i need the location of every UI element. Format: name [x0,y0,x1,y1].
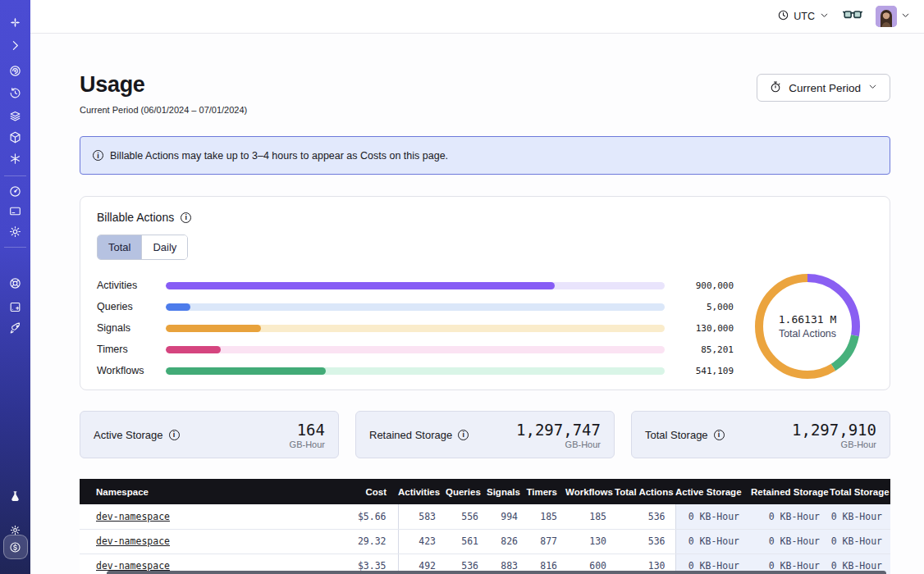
chevron-down-icon [900,9,911,24]
billable-actions-card: Billable Actions i TotalDaily Activities… [80,196,890,390]
cell: 583 [398,504,446,529]
storage-card-label: Total Storage [645,429,708,441]
cell: 994 [487,504,526,529]
column-header-namespace: Namespace [80,479,339,504]
topbar: UTC [30,0,924,34]
bar-label: Queries [97,301,156,312]
usage-gauge-icon[interactable] [6,181,25,201]
layers-icon[interactable] [6,106,25,125]
bar-row-workflows: Workflows541,109 [97,360,734,381]
column-header-total-storage: Total Storage [830,479,890,504]
deployments-cube-icon[interactable] [6,127,25,147]
cell: 185 [565,504,615,529]
bar-row-queries: Queries5,000 [97,296,734,317]
sidebar [0,0,30,574]
cell: 536 [615,504,675,529]
bar-row-signals: Signals130,000 [97,317,734,339]
cell: 29.32 [339,529,398,554]
column-header-workflows: Workflows [565,479,615,504]
active-storage-card: Active Storage i 164 GB-Hour [80,411,339,458]
column-header-timers: Timers [526,479,565,504]
cell: 0 KB-Hour [675,529,751,554]
bar-label: Timers [97,344,156,355]
settings-gear-icon[interactable] [6,221,25,241]
cell: 877 [526,529,565,554]
bar-label: Signals [97,322,156,334]
namespace-link[interactable]: dev-namespace [96,535,170,547]
namespaces-icon[interactable] [6,61,25,80]
billing-card-icon[interactable] [6,201,25,221]
history-icon[interactable] [6,83,25,102]
page-header: Usage Current Period (06/01/2024 – 07/01… [80,72,890,115]
bar-fill [166,346,221,353]
donut-total-label: Total Actions [779,328,836,339]
rocket-icon[interactable] [6,318,25,338]
storage-card-value: 164 [290,421,325,439]
info-icon[interactable]: i [181,212,191,223]
cell: 826 [487,529,526,554]
bar-track [166,282,665,289]
storage-card-unit: GB-Hour [516,440,601,449]
bar-fill [166,303,190,311]
tab-daily[interactable]: Daily [141,235,187,259]
billable-actions-title: Billable Actions [97,211,174,224]
glasses-icon [843,8,862,25]
info-icon[interactable]: i [714,430,725,440]
info-icon[interactable]: i [458,430,469,440]
bar-track [166,346,665,353]
info-banner: i Billable Actions may take up to 3–4 ho… [80,136,890,175]
retained-storage-card: Retained Storage i 1,297,747 GB-Hour [355,411,615,458]
timezone-selector[interactable]: UTC [777,9,830,24]
cell: 0 KB-Hour [675,504,751,529]
cell: 0 KB-Hour [751,529,830,554]
bar-fill [166,282,555,289]
user-menu[interactable] [876,6,911,27]
asterisk-icon[interactable] [6,148,25,168]
namespace-link[interactable]: dev-namespace [96,511,170,522]
cell: 536 [615,529,675,554]
storage-card-label: Active Storage [94,429,163,441]
bar-value: 85,201 [675,344,734,355]
tab-total[interactable]: Total [98,235,141,259]
period-selector-label: Current Period [789,82,861,94]
donut-total-value: 1.66131 M [779,313,836,326]
period-selector-button[interactable]: Current Period [757,74,890,102]
bar-track [166,325,665,332]
temporal-logo-icon[interactable] [6,12,25,32]
stopwatch-icon [769,80,782,96]
bar-label: Activities [97,280,156,291]
column-header-queries: Queries [446,479,487,504]
column-header-retained-storage: Retained Storage [751,479,830,504]
info-icon[interactable]: i [169,430,180,440]
cell: $5.66 [339,504,398,529]
namespace-link[interactable]: dev-namespace [96,560,170,572]
expand-sidebar-chevron-icon[interactable] [6,35,25,55]
main-content: Usage Current Period (06/01/2024 – 07/01… [30,34,924,574]
horizontal-scrollbar-thumb[interactable] [107,571,886,574]
nerdfonts-glasses-button[interactable] [843,8,862,25]
avatar [876,6,897,27]
chevron-down-icon [819,10,830,23]
usage-billing-active-item[interactable] [3,535,28,559]
page-title: Usage [80,72,247,98]
storage-card-value: 1,297,747 [516,421,601,439]
labs-flask-icon[interactable] [6,486,25,506]
card-plus-icon[interactable] [6,297,25,317]
billable-actions-bar-chart: Activities900,000Queries5,000Signals130,… [97,275,742,383]
table-row: dev-namespace$5.665835569941851855360 KB… [80,504,890,529]
storage-card-unit: GB-Hour [792,440,876,449]
cell: 556 [446,504,487,529]
cell: 561 [446,529,487,554]
column-header-cost: Cost [339,479,398,504]
cell: 185 [526,504,565,529]
namespace-cell: dev-namespace [80,504,339,529]
total-actions-donut-chart: 1.66131 M Total Actions [742,270,873,383]
current-period-subtitle: Current Period (06/01/2024 – 07/01/2024) [80,105,247,115]
bar-track [166,367,665,375]
namespace-cell: dev-namespace [80,529,339,554]
support-lifebuoy-icon[interactable] [6,273,25,293]
table-row: dev-namespace29.324235618268771305360 KB… [80,529,890,554]
total-storage-card: Total Storage i 1,297,910 GB-Hour [631,411,890,458]
chevron-down-icon [867,81,878,94]
total-daily-tabs: TotalDaily [97,235,188,260]
